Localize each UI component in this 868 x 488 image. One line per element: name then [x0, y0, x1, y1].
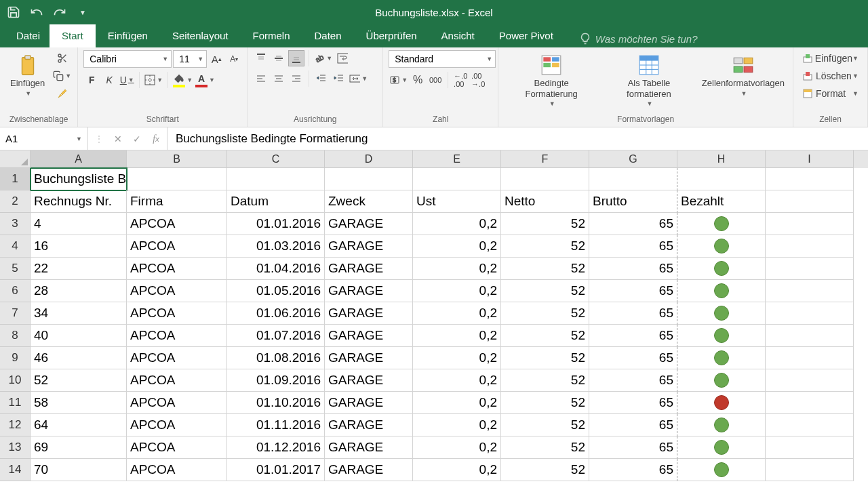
- tab-power-pivot[interactable]: Power Pivot: [487, 24, 566, 47]
- cut-button[interactable]: [52, 50, 72, 66]
- cell[interactable]: [766, 392, 854, 414]
- cell[interactable]: 01.11.2016: [227, 414, 325, 436]
- save-icon[interactable]: [7, 5, 20, 19]
- cell[interactable]: GARAGE: [325, 325, 413, 347]
- cell[interactable]: APCOA: [127, 392, 227, 414]
- cell[interactable]: [766, 213, 854, 235]
- header-cell[interactable]: Firma: [127, 190, 227, 213]
- row-header-4[interactable]: 4: [0, 235, 31, 258]
- tab-data[interactable]: Daten: [302, 24, 354, 47]
- tab-view[interactable]: Ansicht: [429, 24, 487, 47]
- cell[interactable]: [766, 325, 854, 347]
- cell[interactable]: [589, 168, 677, 190]
- cell[interactable]: APCOA: [127, 258, 227, 280]
- align-center-button[interactable]: [271, 70, 287, 87]
- cell[interactable]: 64: [31, 414, 127, 436]
- cell[interactable]: [766, 302, 854, 325]
- wrap-text-button[interactable]: [334, 50, 351, 66]
- cell[interactable]: 0,2: [413, 347, 501, 369]
- decrease-font-button[interactable]: A▾: [226, 51, 242, 67]
- font-color-button[interactable]: A▼: [195, 72, 216, 88]
- cell[interactable]: 22: [31, 258, 127, 280]
- cell[interactable]: 01.10.2016: [227, 392, 325, 414]
- cell[interactable]: GARAGE: [325, 347, 413, 369]
- cell[interactable]: [766, 190, 854, 213]
- decrease-indent-button[interactable]: [313, 70, 330, 87]
- cell[interactable]: APCOA: [127, 302, 227, 325]
- cell[interactable]: 01.01.2016: [227, 213, 325, 235]
- cell[interactable]: 65: [589, 436, 677, 459]
- cell[interactable]: [766, 369, 854, 392]
- tell-me-search[interactable]: Was möchten Sie tun?: [579, 33, 698, 47]
- cell[interactable]: 65: [589, 213, 677, 235]
- cell[interactable]: GARAGE: [325, 302, 413, 325]
- cell[interactable]: 01.12.2016: [227, 436, 325, 459]
- column-header-A[interactable]: A: [31, 150, 127, 168]
- column-header-H[interactable]: H: [677, 150, 766, 168]
- increase-font-button[interactable]: A▴: [208, 51, 224, 67]
- font-size-combo[interactable]: 11▼: [173, 50, 207, 68]
- cell[interactable]: [325, 168, 413, 190]
- cell[interactable]: GARAGE: [325, 280, 413, 302]
- percent-button[interactable]: %: [410, 72, 426, 88]
- cell[interactable]: 4: [31, 213, 127, 235]
- cell[interactable]: [413, 168, 501, 190]
- header-cell[interactable]: Ust: [413, 190, 501, 213]
- cell[interactable]: APCOA: [127, 436, 227, 459]
- cell[interactable]: 65: [589, 414, 677, 436]
- row-header-13[interactable]: 13: [0, 436, 31, 459]
- tab-review[interactable]: Überprüfen: [354, 24, 429, 47]
- cell[interactable]: APCOA: [127, 325, 227, 347]
- cell[interactable]: 28: [31, 280, 127, 302]
- cell[interactable]: GARAGE: [325, 369, 413, 392]
- paid-status-cell[interactable]: [677, 414, 766, 436]
- header-cell[interactable]: Netto: [501, 190, 589, 213]
- cell[interactable]: APCOA: [127, 414, 227, 436]
- paid-status-cell[interactable]: [677, 347, 766, 369]
- tab-page-layout[interactable]: Seitenlayout: [160, 24, 241, 47]
- cell[interactable]: [766, 168, 854, 190]
- cell[interactable]: 0,2: [413, 258, 501, 280]
- cell[interactable]: APCOA: [127, 235, 227, 258]
- bold-button[interactable]: F: [83, 72, 100, 88]
- cell[interactable]: 52: [501, 436, 589, 459]
- tab-file[interactable]: Datei: [7, 24, 50, 47]
- cell[interactable]: 0,2: [413, 369, 501, 392]
- row-header-8[interactable]: 8: [0, 325, 31, 347]
- cell[interactable]: GARAGE: [325, 436, 413, 459]
- row-header-1[interactable]: 1: [0, 168, 31, 190]
- cell[interactable]: 52: [501, 235, 589, 258]
- cell[interactable]: 01.04.2016: [227, 258, 325, 280]
- column-header-I[interactable]: I: [766, 150, 854, 168]
- cell[interactable]: 0,2: [413, 235, 501, 258]
- cell[interactable]: 52: [501, 280, 589, 302]
- row-header-2[interactable]: 2: [0, 190, 31, 213]
- align-right-button[interactable]: [288, 70, 304, 87]
- cell[interactable]: 52: [501, 459, 589, 481]
- cell[interactable]: GARAGE: [325, 459, 413, 481]
- cell[interactable]: [766, 258, 854, 280]
- row-header-14[interactable]: 14: [0, 459, 31, 481]
- cell[interactable]: 52: [501, 302, 589, 325]
- header-cell[interactable]: Zweck: [325, 190, 413, 213]
- cell[interactable]: 52: [501, 258, 589, 280]
- name-box[interactable]: A1▼: [0, 127, 88, 150]
- cell[interactable]: APCOA: [127, 213, 227, 235]
- cell[interactable]: [766, 347, 854, 369]
- tab-formulas[interactable]: Formeln: [241, 24, 302, 47]
- format-as-table-button[interactable]: Als Tabelle formatieren▼: [601, 50, 696, 111]
- cell[interactable]: [501, 168, 589, 190]
- align-top-button[interactable]: [253, 50, 269, 66]
- insert-function-button[interactable]: fx: [148, 131, 164, 147]
- paid-status-cell[interactable]: [677, 325, 766, 347]
- align-bottom-button[interactable]: [288, 50, 304, 66]
- cell[interactable]: 01.01.2017: [227, 459, 325, 481]
- align-left-button[interactable]: [253, 70, 269, 87]
- cell[interactable]: 01.06.2016: [227, 302, 325, 325]
- cell[interactable]: 01.03.2016: [227, 235, 325, 258]
- cell[interactable]: 01.09.2016: [227, 369, 325, 392]
- select-all-corner[interactable]: [0, 150, 31, 168]
- decrease-decimal-button[interactable]: .00→.0: [470, 72, 486, 88]
- cell-A1[interactable]: Buchungsliste Bedingte Formatierung: [31, 168, 127, 190]
- cell[interactable]: [127, 168, 227, 190]
